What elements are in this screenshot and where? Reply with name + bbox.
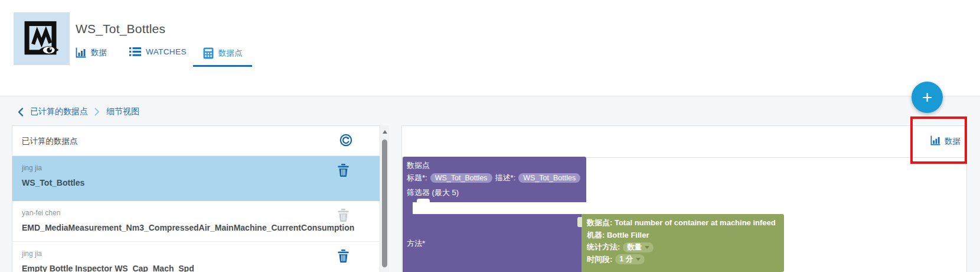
page-title: WS_Tot_Bottles [76, 22, 165, 36]
method-section[interactable]: 方法* [403, 214, 582, 272]
connector-notch [577, 217, 582, 227]
calculated-datapoints-panel: 已计算的数据点 jing jia WS_Tot_Bottles yan-fei … [12, 125, 380, 272]
app-root: WS_Tot_Bottles 数据 WATCHES 数据点 + 已计算的数据 [0, 0, 980, 272]
chevron-down-icon [636, 258, 641, 261]
field-label: 标题*: [407, 173, 427, 183]
header: WS_Tot_Bottles 数据 WATCHES 数据点 [0, 0, 980, 96]
calculator-icon [203, 47, 214, 59]
active-tab-indicator [193, 65, 252, 67]
scrollbar[interactable] [381, 125, 389, 272]
method-label: 方法* [407, 238, 425, 249]
back-chevron-icon[interactable] [18, 108, 24, 116]
source-machine-row: 机器: Bottle Filler [587, 229, 784, 242]
app-logo [14, 12, 70, 65]
dropdown-label: 时间段: [587, 254, 612, 265]
filter-slot[interactable] [413, 202, 586, 214]
title-field[interactable]: WS_Tot_Bottles [430, 173, 492, 183]
source-datapoint-row: 数据点: Total number of container at machin… [587, 217, 784, 229]
tab-datapoints[interactable]: 数据点 [203, 47, 243, 59]
add-button[interactable]: + [912, 82, 943, 113]
tab-watches[interactable]: WATCHES [129, 47, 187, 56]
dropdown-value: 1 分 [619, 254, 633, 264]
stat-method-row: 统计方法: 数量 [587, 241, 784, 254]
field-label: 描述*: [495, 173, 516, 183]
source-block[interactable]: 数据点: Total number of container at machin… [582, 214, 784, 272]
delete-icon-disabled [338, 209, 349, 222]
description-field[interactable]: WS_Tot_Bottles [518, 173, 580, 183]
stat-method-dropdown[interactable]: 数量 [623, 242, 654, 252]
list-item[interactable]: jing jia Empty Bottle Inspector WS_Cap_M… [12, 242, 380, 272]
item-owner: jing jia [22, 250, 42, 258]
datapoint-block[interactable]: 数据点 标题*: WS_Tot_Bottles 描述*: WS_Tot_Bott… [403, 157, 586, 202]
chevron-down-icon [645, 246, 649, 249]
slot-notch [417, 199, 430, 203]
tab-label: 数据 [91, 47, 107, 58]
refresh-icon[interactable] [339, 134, 352, 147]
list-item[interactable]: jing jia WS_Tot_Bottles [12, 156, 380, 201]
tab-label: WATCHES [146, 47, 187, 56]
breadcrumb-link-calculated-datapoints[interactable]: 已计算的数据点 [30, 106, 88, 117]
dropdown-label: 统计方法: [587, 242, 620, 252]
list-item[interactable]: yan-fei chen EMD_MediaMeasurement_Nm3_Co… [12, 201, 380, 242]
breadcrumb: 已计算的数据点 细节视图 [18, 105, 139, 118]
breadcrumb-current[interactable]: 细节视图 [106, 106, 139, 117]
list-icon [129, 47, 141, 56]
item-owner: jing jia [22, 164, 42, 172]
item-name: EMD_MediaMeasurement_Nm3_CompressedAir_M… [22, 223, 354, 232]
time-period-dropdown[interactable]: 1 分 [615, 254, 645, 264]
dropdown-value: 数量 [627, 242, 642, 252]
chevron-right-icon [94, 108, 100, 116]
list-title: 已计算的数据点 [22, 136, 78, 147]
annotation-rectangle [910, 116, 967, 164]
filter-label: 筛选器 (最大 5) [407, 187, 459, 198]
block-title: 数据点 [407, 160, 430, 171]
list-header: 已计算的数据点 [12, 126, 380, 156]
scrollbar-thumb[interactable] [382, 140, 387, 267]
block-fields-row: 标题*: WS_Tot_Bottles 描述*: WS_Tot_Bottles [407, 173, 580, 183]
editor-header: 数据 [402, 126, 966, 158]
logo-eye-icon [22, 21, 61, 57]
item-name: WS_Tot_Bottles [22, 178, 84, 187]
delete-icon[interactable] [338, 250, 349, 263]
block-left-wall [403, 202, 413, 214]
scroll-up-arrow-icon[interactable] [383, 130, 387, 134]
item-name: Empty Bottle Inspector WS_Cap_Mach_Spd [22, 264, 194, 272]
item-owner: yan-fei chen [22, 209, 60, 217]
delete-icon[interactable] [338, 164, 349, 177]
tab-data[interactable]: 数据 [76, 47, 107, 58]
bar-chart-icon [76, 47, 86, 58]
time-period-row: 时间段: 1 分 [587, 254, 784, 266]
tab-label: 数据点 [218, 48, 243, 59]
